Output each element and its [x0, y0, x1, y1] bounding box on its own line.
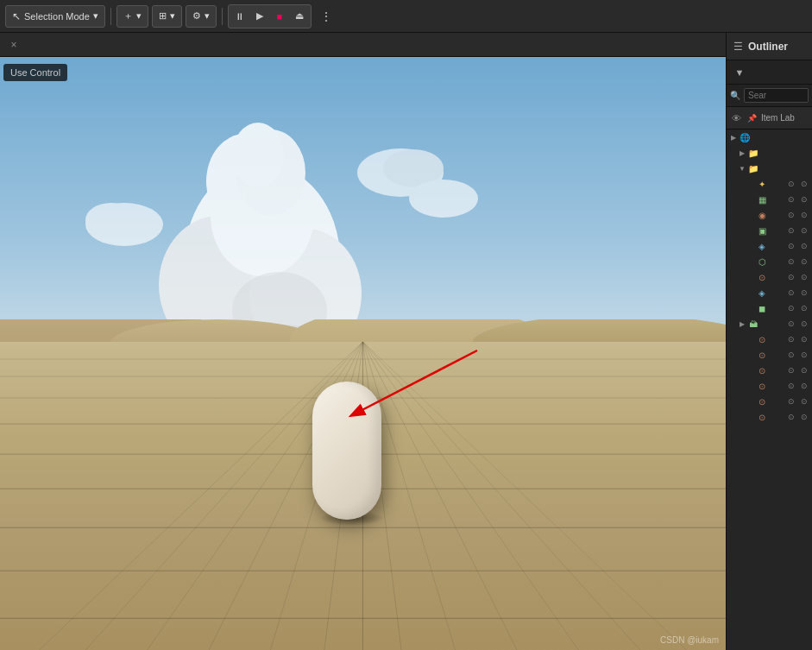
row-icon-small[interactable]: ⊙ — [785, 395, 797, 407]
viewport-tab-bar: × — [0, 33, 726, 57]
tree-expand-icon[interactable]: ▶ — [728, 132, 739, 142]
row-icon-small[interactable]: ⊙ — [798, 256, 810, 268]
stop-button[interactable]: ■ — [270, 7, 289, 26]
row-icon-small[interactable]: ⊙ — [798, 302, 810, 314]
row-icon-small[interactable]: ⊙ — [785, 271, 797, 283]
tree-expand-icon — [746, 241, 756, 251]
row-icon-small[interactable]: ⊙ — [785, 287, 797, 299]
tree-row[interactable]: ⊙⊙⊙ — [727, 347, 812, 363]
row-icon-small[interactable]: ⊙ — [798, 411, 810, 423]
tree-item-icon: ▣ — [756, 224, 768, 237]
tree-expand-icon — [746, 381, 756, 391]
row-icon-small[interactable]: ⊙ — [785, 240, 797, 252]
row-icon-small[interactable]: ⊙ — [785, 333, 797, 345]
row-icon-small[interactable]: ⊙ — [798, 287, 810, 299]
more-options-button[interactable]: ⋮ — [315, 5, 337, 28]
row-icon-small[interactable]: ⊙ — [798, 395, 810, 407]
tree-item-icon: 📁 — [747, 162, 759, 174]
row-icons: ⊙⊙ — [785, 178, 810, 190]
row-icon-small[interactable]: ⊙ — [785, 318, 797, 330]
selection-mode-button[interactable]: ↖ Selection Mode ▾ — [5, 5, 105, 28]
search-icon: 🔍 — [730, 91, 740, 100]
tree-row[interactable]: ▶🏔⊙⊙ — [727, 316, 812, 331]
play-icon: ▶ — [256, 10, 263, 22]
tree-row[interactable]: ▼📁 — [727, 161, 812, 176]
row-icons: ⊙⊙ — [785, 193, 810, 205]
tree-expand-icon — [746, 287, 756, 298]
pause-button[interactable]: ⏸ — [230, 7, 249, 26]
row-icon-small[interactable]: ⊙ — [785, 364, 797, 376]
tree-row[interactable]: ⊙⊙⊙ — [727, 409, 812, 425]
tree-expand-icon[interactable]: ▶ — [737, 148, 747, 158]
tree-row[interactable]: ▣⊙⊙ — [727, 223, 812, 238]
build-button[interactable]: ⚙ ▾ — [186, 5, 217, 28]
row-icons: ⊙⊙ — [785, 364, 810, 376]
snap-button[interactable]: ⊞ ▾ — [152, 5, 182, 28]
tree-expand-icon[interactable]: ▶ — [737, 319, 747, 329]
tree-row[interactable]: ⊙⊙⊙ — [727, 378, 812, 394]
toolbar-sep-2 — [222, 8, 223, 25]
tree-item-icon: ✦ — [756, 178, 768, 190]
tree-row[interactable]: ◈⊙⊙ — [727, 238, 812, 254]
tree-row[interactable]: ◼⊙⊙ — [727, 300, 812, 316]
tree-expand-icon — [746, 365, 756, 375]
viewport-tab-close[interactable]: × — [7, 38, 21, 52]
more-icon: ⋮ — [320, 9, 332, 23]
row-icon-small[interactable]: ⊙ — [798, 318, 810, 330]
tree-item-icon: ⊙ — [756, 349, 768, 361]
tree-row[interactable]: ▶📁 — [727, 145, 812, 161]
tree-row[interactable]: ⊙⊙⊙ — [727, 269, 812, 285]
row-icon-small[interactable]: ⊙ — [785, 411, 797, 423]
use-control-label: Use Control — [3, 64, 67, 81]
row-icon-small[interactable]: ⊙ — [785, 256, 797, 268]
svg-line-38 — [363, 342, 674, 650]
row-icon-small[interactable]: ⊙ — [785, 302, 797, 314]
tree-row[interactable]: ⬡⊙⊙ — [727, 254, 812, 269]
outliner-icon: ☰ — [733, 41, 743, 53]
row-icon-small[interactable]: ⊙ — [798, 349, 810, 361]
row-icon-small[interactable]: ⊙ — [798, 178, 810, 190]
tree-item-icon: 📁 — [747, 147, 759, 159]
row-icon-small[interactable]: ⊙ — [798, 240, 810, 252]
row-icon-small[interactable]: ⊙ — [785, 349, 797, 361]
tree-row[interactable]: ▦⊙⊙ — [727, 192, 812, 207]
tree-expand-icon — [746, 256, 756, 267]
tree-row[interactable]: ▶🌐 — [727, 129, 812, 145]
tree-row[interactable]: ⊙⊙⊙ — [727, 363, 812, 378]
dropdown-arrow-icon-2: ▾ — [136, 10, 142, 22]
tree-row[interactable]: ⊙⊙⊙ — [727, 331, 812, 347]
tree-row[interactable]: ◈⊙⊙ — [727, 285, 812, 300]
row-icon-small[interactable]: ⊙ — [798, 333, 810, 345]
row-icon-small[interactable]: ⊙ — [798, 193, 810, 205]
outliner-filter-button[interactable]: ▼ — [730, 63, 749, 82]
row-icons: ⊙⊙ — [785, 256, 810, 268]
tree-item-icon: ◈ — [756, 240, 768, 252]
row-icon-small[interactable]: ⊙ — [798, 380, 810, 392]
tree-expand-icon — [746, 396, 756, 407]
row-icon-small[interactable]: ⊙ — [798, 364, 810, 376]
row-icon-small[interactable]: ⊙ — [785, 380, 797, 392]
row-icon-small[interactable]: ⊙ — [798, 224, 810, 237]
row-icon-small[interactable]: ⊙ — [785, 178, 797, 190]
row-icons: ⊙⊙ — [785, 302, 810, 314]
outliner-search-input[interactable] — [744, 88, 809, 103]
play-button[interactable]: ▶ — [250, 7, 269, 26]
tree-row[interactable]: ✦⊙⊙ — [727, 176, 812, 192]
tree-expand-icon — [746, 272, 756, 282]
row-icon-small[interactable]: ⊙ — [785, 224, 797, 237]
row-icons: ⊙⊙ — [785, 349, 810, 361]
eject-button[interactable]: ⏏ — [290, 7, 309, 26]
tree-expand-icon[interactable]: ▼ — [737, 163, 747, 174]
row-icon-small[interactable]: ⊙ — [798, 209, 810, 221]
row-icon-small[interactable]: ⊙ — [785, 193, 797, 205]
outliner-tree[interactable]: ▶🌐▶📁▼📁✦⊙⊙▦⊙⊙◉⊙⊙▣⊙⊙◈⊙⊙⬡⊙⊙⊙⊙⊙◈⊙⊙◼⊙⊙▶🏔⊙⊙⊙⊙⊙… — [727, 129, 812, 650]
viewport-canvas[interactable]: Use Control CSDN @iukam — [0, 57, 726, 650]
tree-row[interactable]: ⊙⊙⊙ — [727, 394, 812, 409]
row-icon-small[interactable]: ⊙ — [798, 271, 810, 283]
eject-icon: ⏏ — [295, 10, 304, 22]
tree-row[interactable]: ◉⊙⊙ — [727, 207, 812, 223]
svg-line-27 — [0, 342, 363, 650]
add-actor-button[interactable]: ＋ ▾ — [116, 5, 148, 28]
row-icon-small[interactable]: ⊙ — [785, 209, 797, 221]
build-arrow-icon: ▾ — [205, 10, 210, 22]
